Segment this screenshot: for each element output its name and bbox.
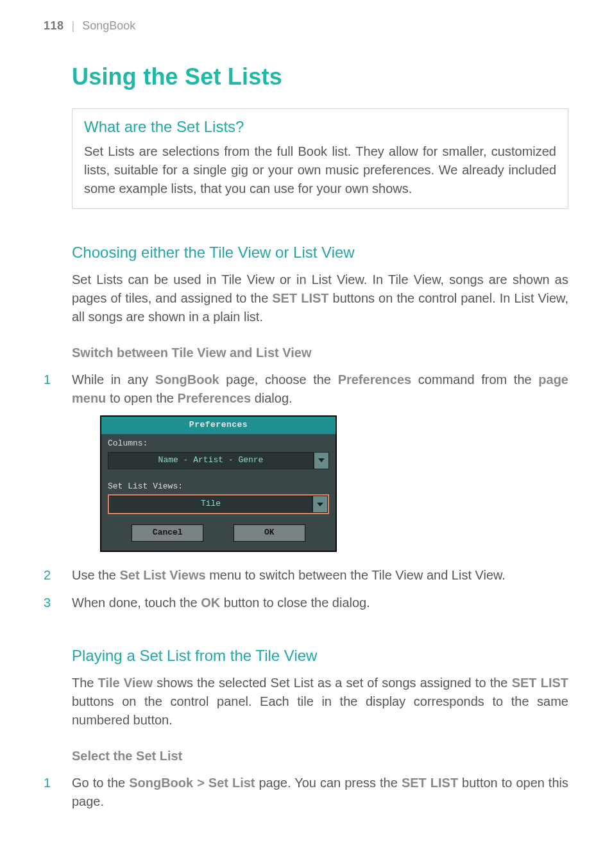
columns-value: Name - Artist - Genre: [108, 452, 314, 469]
dropdown-arrow-icon[interactable]: [312, 496, 328, 513]
subheading: Select the Set List: [72, 749, 568, 764]
text: page. You can press the: [255, 776, 402, 790]
page-header: 118 | SongBook: [44, 19, 568, 33]
semibold-text: Set List Views: [119, 568, 205, 582]
text: to open the: [106, 391, 177, 405]
text: When done, touch the: [72, 596, 201, 610]
semibold-text: OK: [201, 596, 220, 610]
step-item: Use the Set List Views menu to switch be…: [44, 566, 568, 585]
text: Go to the: [72, 776, 129, 790]
subheading: Switch between Tile View and List View: [72, 346, 568, 360]
section-intro: The Tile View shows the selected Set Lis…: [72, 674, 568, 730]
step-item: Go to the SongBook > Set List page. You …: [44, 774, 568, 811]
svg-marker-0: [318, 458, 325, 462]
section-intro: Set Lists can be used in Tile View or in…: [72, 271, 568, 326]
text: shows the selected Set List as a set of …: [153, 676, 512, 690]
text: command from the: [411, 372, 538, 387]
columns-dropdown[interactable]: Name - Artist - Genre: [108, 452, 329, 469]
text: buttons on the control panel. Each tile …: [72, 694, 568, 727]
semibold-text: SongBook: [155, 372, 219, 387]
semibold-text: Preferences: [178, 391, 251, 405]
setlist-views-value: Tile: [109, 496, 312, 513]
callout-box: What are the Set Lists? Set Lists are se…: [72, 108, 568, 209]
text: dialog.: [251, 391, 293, 405]
page-title: Using the Set Lists: [72, 63, 568, 90]
semibold-text: SET LIST: [402, 776, 458, 790]
semibold-text: Preferences: [338, 372, 412, 387]
dialog-title: Preferences: [101, 417, 336, 434]
section-heading: Playing a Set List from the Tile View: [72, 647, 568, 665]
setlist-views-label: Set List Views:: [108, 481, 329, 493]
ok-button[interactable]: OK: [234, 524, 305, 542]
semibold-text: SET LIST: [512, 676, 568, 690]
semibold-text: Tile View: [98, 676, 153, 690]
text: While in any: [72, 372, 155, 387]
step-item: When done, touch the OK button to close …: [44, 594, 568, 612]
setlist-views-dropdown[interactable]: Tile: [108, 494, 329, 514]
section-heading: Choosing either the Tile View or List Vi…: [72, 244, 568, 262]
text: The: [72, 676, 98, 690]
page-number: 118: [44, 19, 64, 33]
step-item: While in any SongBook page, choose the P…: [44, 371, 568, 552]
cancel-button[interactable]: Cancel: [132, 524, 203, 542]
callout-heading: What are the Set Lists?: [84, 118, 556, 136]
callout-body: Set Lists are selections from the full B…: [84, 142, 556, 198]
svg-marker-1: [317, 503, 323, 506]
text: menu to switch between the Tile View and…: [206, 568, 506, 582]
preferences-dialog: Preferences Columns: Name - Artist - Gen…: [100, 415, 337, 552]
section-name: SongBook: [82, 19, 135, 33]
text: button to close the dialog.: [220, 596, 370, 610]
semibold-text: SET LIST: [272, 291, 328, 305]
columns-label: Columns:: [108, 438, 329, 450]
dropdown-arrow-icon[interactable]: [314, 452, 329, 469]
text: page, choose the: [219, 372, 338, 387]
text: Use the: [72, 568, 119, 582]
header-divider: |: [72, 19, 75, 33]
semibold-text: SongBook > Set List: [129, 776, 255, 790]
